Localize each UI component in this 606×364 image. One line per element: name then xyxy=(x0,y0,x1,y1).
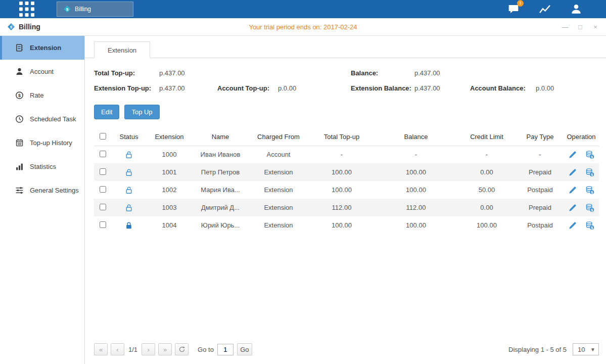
svg-text:$: $ xyxy=(591,190,593,194)
page-size-value: 10 xyxy=(573,346,590,353)
status-locked-icon xyxy=(125,221,133,230)
last-page-button[interactable]: » xyxy=(158,343,172,355)
chevron-down-icon: ▼ xyxy=(590,347,598,352)
cell-charged_from: Extension xyxy=(249,163,308,181)
topup-icon[interactable]: $ xyxy=(585,221,594,230)
topup-icon[interactable]: $ xyxy=(585,168,594,177)
cell-charged_from: Account xyxy=(249,146,308,163)
trial-notice: Your trial period ends on: 2017-02-24 xyxy=(0,23,606,31)
edit-icon[interactable] xyxy=(568,150,577,159)
topbar-actions: ! xyxy=(507,3,606,15)
edit-icon[interactable] xyxy=(568,168,577,177)
topbar-tab-label: Billing xyxy=(75,6,91,13)
account-balance-label: Account Balance: xyxy=(470,84,536,92)
cell-operation: $ xyxy=(564,181,599,199)
cell-name: Мария Ива... xyxy=(192,181,249,199)
cell-name: Юрий Юрь... xyxy=(192,216,249,234)
pagination-bar: « ‹ 1/1 › » Go to Go Displaying 1 - 5 of… xyxy=(94,339,599,364)
prev-page-button[interactable]: ‹ xyxy=(111,343,124,355)
apps-grid-icon[interactable] xyxy=(19,2,34,17)
cell-total_topup: 100.00 xyxy=(308,181,375,199)
sidebar-item-statistics[interactable]: Statistics xyxy=(0,155,84,178)
topup-icon[interactable]: $ xyxy=(585,150,594,159)
calendar-icon xyxy=(15,139,24,147)
table-row[interactable]: 1002Мария Ива...Extension100.00100.0050.… xyxy=(94,181,599,199)
sidebar-item-topup-history[interactable]: Top-up History xyxy=(0,131,84,155)
sidebar-item-scheduled-task[interactable]: Scheduled Task xyxy=(0,107,84,131)
column-header: Credit Limit xyxy=(457,128,517,146)
top-up-button[interactable]: Top Up xyxy=(124,105,159,119)
sidebar-item-account[interactable]: Account xyxy=(0,60,84,83)
page-size-select[interactable]: 10 ▼ xyxy=(573,343,599,355)
sidebar-item-rate[interactable]: $Rate xyxy=(0,83,84,107)
edit-icon[interactable] xyxy=(568,221,577,230)
select-all-checkbox[interactable] xyxy=(100,133,106,140)
line-chart-icon[interactable] xyxy=(538,3,551,15)
total-topup-label: Total Top-up: xyxy=(94,69,159,77)
extension-topup-value: p.437.00 xyxy=(159,84,217,92)
sidebar-item-general-settings[interactable]: General Settings xyxy=(0,178,84,202)
column-header: Status xyxy=(111,128,147,146)
minimize-icon[interactable]: — xyxy=(562,23,569,31)
cell-credit_limit: 0.00 xyxy=(457,163,517,181)
next-page-button[interactable]: › xyxy=(142,343,155,355)
window-title: $ Billing xyxy=(7,23,40,31)
row-checkbox[interactable] xyxy=(100,186,106,193)
window-controls: — □ × xyxy=(562,23,599,31)
cell-extension: 1004 xyxy=(147,216,192,234)
account-topup-value: p.0.00 xyxy=(278,84,296,92)
svg-text:$: $ xyxy=(18,93,21,98)
topbar-billing-tab[interactable]: $ Billing xyxy=(57,2,133,17)
table-row[interactable]: 1003Дмитрий Д...Extension112.00112.000.0… xyxy=(94,199,599,216)
svg-text:$: $ xyxy=(591,225,593,230)
close-icon[interactable]: × xyxy=(592,23,599,31)
billing-app-window: $ Billing ! $ Billing Your trial period … xyxy=(0,0,606,364)
extension-content: Total Top-up: p.437.00 Extension Top-up:… xyxy=(85,58,606,364)
maximize-icon[interactable]: □ xyxy=(577,23,584,31)
column-header: Balance xyxy=(375,128,457,146)
cell-pay_type: Prepaid xyxy=(517,163,564,181)
cell-charged_from: Extension xyxy=(249,199,308,216)
notification-badge: ! xyxy=(517,0,524,7)
edit-icon[interactable] xyxy=(568,203,577,212)
table-row[interactable]: 1001Петр ПетровExtension100.00100.000.00… xyxy=(94,163,599,181)
status-unlocked-icon xyxy=(125,151,133,159)
column-header: Pay Type xyxy=(517,128,564,146)
user-icon[interactable] xyxy=(570,3,583,15)
action-buttons: Edit Top Up xyxy=(94,105,599,119)
table-row[interactable]: 1004Юрий Юрь...Extension100.00100.00100.… xyxy=(94,216,599,234)
window-title-text: Billing xyxy=(19,23,40,31)
row-checkbox[interactable] xyxy=(100,221,106,228)
table-body: 1000Иван ИвановAccount----$1001Петр Петр… xyxy=(94,146,599,234)
edit-icon[interactable] xyxy=(568,186,577,195)
refresh-icon[interactable] xyxy=(175,343,189,355)
sidebar-item-extension[interactable]: Extension xyxy=(0,36,84,60)
cell-total_topup: 100.00 xyxy=(308,216,375,234)
cell-name: Петр Петров xyxy=(192,163,249,181)
goto-page-input[interactable] xyxy=(217,344,234,355)
tab-extension[interactable]: Extension xyxy=(94,41,150,58)
row-checkbox[interactable] xyxy=(100,204,106,210)
cell-name: Иван Иванов xyxy=(192,146,249,163)
status-unlocked-icon xyxy=(125,204,133,212)
row-checkbox[interactable] xyxy=(100,168,106,175)
status-unlocked-icon xyxy=(125,168,133,176)
cell-balance: 112.00 xyxy=(375,199,457,216)
topup-icon[interactable]: $ xyxy=(585,186,594,195)
cell-total_topup: 100.00 xyxy=(308,163,375,181)
topbar: $ Billing ! xyxy=(0,0,606,18)
cell-extension: 1001 xyxy=(147,163,192,181)
account-icon xyxy=(15,67,24,76)
svg-text:$: $ xyxy=(66,7,69,12)
row-checkbox[interactable] xyxy=(100,151,106,157)
topup-icon[interactable]: $ xyxy=(585,203,594,212)
table-row[interactable]: 1000Иван ИвановAccount----$ xyxy=(94,146,599,163)
table-header-row: StatusExtensionNameCharged FromTotal Top… xyxy=(94,128,599,146)
cell-name: Дмитрий Д... xyxy=(192,199,249,216)
go-button[interactable]: Go xyxy=(237,343,252,355)
first-page-button[interactable]: « xyxy=(94,343,108,355)
messages-icon[interactable]: ! xyxy=(507,3,520,15)
edit-button[interactable]: Edit xyxy=(94,105,119,119)
sidebar-item-label: General Settings xyxy=(30,187,79,194)
column-header: Extension xyxy=(147,128,192,146)
